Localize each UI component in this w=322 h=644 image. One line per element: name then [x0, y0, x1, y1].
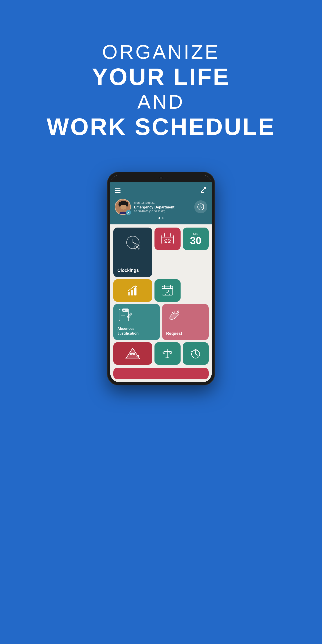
absences-icon: OUT: [118, 308, 134, 324]
clock-icon: [197, 203, 205, 211]
phone-notch-area: [110, 175, 212, 182]
hero-line4: WORK SCHEDULE: [14, 113, 308, 140]
absences-label: AbsencesJustification: [118, 326, 156, 336]
tile-absences[interactable]: OUT AbsencesJustification: [113, 304, 160, 340]
hero-section: ORGANIZE YOUR LIFE AND WORK SCHEDULE: [0, 0, 322, 158]
date-day: 30: [190, 236, 202, 246]
tile-extra[interactable]: [113, 368, 209, 379]
top-nav: [115, 186, 207, 195]
timer-icon: [190, 348, 202, 360]
hamburger-line2: [115, 190, 120, 191]
tile-bottom-left[interactable]: OUT: [113, 342, 152, 365]
request-icon: [166, 308, 183, 323]
tile-team[interactable]: [154, 228, 180, 250]
svg-point-7: [126, 202, 128, 207]
phone-frame: Mon, 16 Sep 21 Emergency Department 06:0…: [107, 172, 215, 386]
profile-dept: Emergency Department: [134, 205, 191, 209]
clock-button[interactable]: [194, 200, 207, 214]
hero-line3: AND: [14, 90, 308, 113]
svg-line-38: [127, 316, 128, 318]
clockings-icon-wrap: [118, 234, 148, 252]
profile-row: Mon, 16 Sep 21 Emergency Department 06:0…: [115, 199, 207, 215]
plane-svg: [199, 186, 207, 194]
flight-icon[interactable]: [199, 186, 207, 195]
request-icon-wrap: [166, 308, 204, 324]
hamburger-line1: [115, 188, 120, 189]
tile-request[interactable]: Request: [162, 304, 209, 340]
svg-point-23: [168, 239, 170, 242]
phone-wrapper: Mon, 16 Sep 21 Emergency Department 06:0…: [0, 172, 322, 404]
app-header: Mon, 16 Sep 21 Emergency Department 06:0…: [110, 182, 212, 224]
dot-2: [162, 217, 164, 219]
tile-clockings[interactable]: Clockings: [113, 228, 152, 277]
tile-stats[interactable]: [113, 279, 152, 302]
svg-rect-24: [128, 292, 130, 296]
scales-icon: [161, 348, 174, 360]
schedule-icon: [161, 284, 174, 297]
svg-text:OUT: OUT: [131, 353, 135, 355]
svg-line-11: [201, 207, 202, 208]
team-icon: [161, 233, 174, 245]
profile-date: Mon, 16 Sep 21: [134, 201, 191, 204]
grid-row-1b: [110, 277, 212, 302]
front-camera: [160, 176, 162, 179]
absences-icon-wrap: OUT: [118, 308, 156, 325]
avatar-edit-button[interactable]: [126, 210, 131, 215]
request-label: Request: [166, 331, 204, 336]
header-dots: [115, 217, 207, 219]
grid-row-1: Clockings: [110, 224, 212, 277]
svg-point-16: [136, 246, 138, 248]
profile-info: Mon, 16 Sep 21 Emergency Department 06:0…: [134, 201, 191, 213]
warning-out-icon: OUT: [124, 346, 141, 361]
dot-1: [158, 217, 160, 219]
stats-icon: [126, 284, 139, 297]
grid-row-4: [110, 368, 212, 382]
svg-line-14: [133, 242, 136, 244]
svg-rect-18: [162, 235, 173, 244]
hamburger-menu[interactable]: [115, 188, 120, 193]
svg-rect-25: [131, 290, 133, 296]
svg-line-52: [196, 354, 198, 355]
clockings-icon: [124, 234, 142, 252]
tile-bottom-right[interactable]: [183, 342, 209, 365]
hero-line2: YOUR LIFE: [14, 64, 308, 90]
svg-rect-26: [134, 288, 136, 296]
phone-notch: [154, 175, 168, 180]
svg-point-22: [164, 239, 167, 242]
svg-text:OUT: OUT: [123, 309, 128, 312]
clockings-label: Clockings: [118, 268, 148, 273]
grid-row-2: OUT AbsencesJustification: [110, 302, 212, 340]
tile-date[interactable]: Sep 30: [183, 228, 209, 250]
hamburger-line3: [115, 192, 120, 193]
phone-inner: Mon, 16 Sep 21 Emergency Department 06:0…: [110, 175, 212, 382]
tile-bottom-middle[interactable]: [154, 342, 180, 365]
tile-schedule[interactable]: [154, 279, 180, 302]
svg-point-31: [166, 290, 169, 292]
svg-point-6: [118, 202, 121, 207]
profile-time: 06:00-18:00 (10:00 11:00): [134, 210, 191, 213]
avatar-container: [115, 199, 131, 215]
hero-line1: ORGANIZE: [14, 40, 308, 64]
grid-row-3: OUT: [110, 340, 212, 368]
